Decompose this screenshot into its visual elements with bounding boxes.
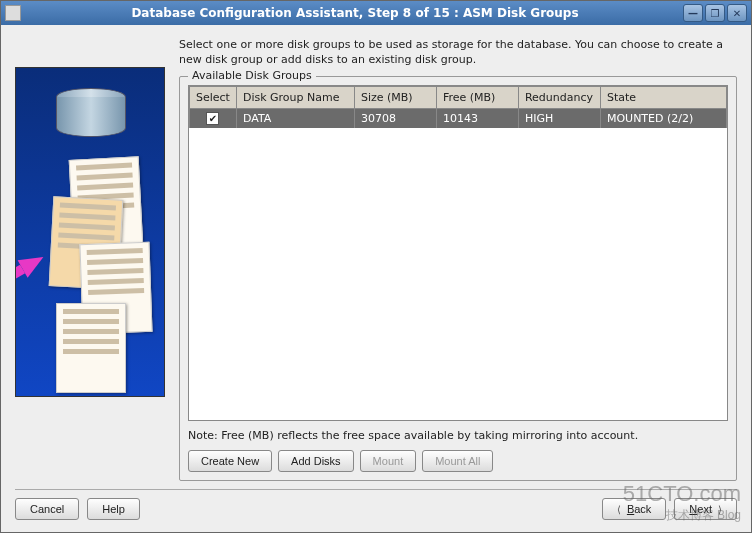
row-redundancy: HIGH bbox=[518, 108, 600, 128]
row-size: 30708 bbox=[354, 108, 436, 128]
next-label: Next bbox=[689, 503, 712, 515]
minimize-button[interactable]: — bbox=[683, 4, 703, 22]
window-title: Database Configuration Assistant, Step 8… bbox=[27, 6, 683, 20]
mount-all-button[interactable]: Mount All bbox=[422, 450, 493, 472]
main-pane: Select one or more disk groups to be use… bbox=[179, 37, 737, 481]
table-row[interactable]: ✔ DATA 30708 10143 HIGH MOUNTED (2/2) bbox=[190, 108, 727, 128]
disk-groups-table-wrap: Select Disk Group Name Size (MB) Free (M… bbox=[188, 85, 728, 421]
next-button[interactable]: Next ⟩ bbox=[674, 498, 737, 520]
content-area: Select one or more disk groups to be use… bbox=[1, 25, 751, 489]
help-button[interactable]: Help bbox=[87, 498, 140, 520]
wizard-graphic bbox=[15, 67, 165, 397]
wizard-footer: Cancel Help ⟨ Back Next ⟩ bbox=[1, 490, 751, 532]
arrow-icon bbox=[18, 248, 49, 277]
fieldset-legend: Available Disk Groups bbox=[188, 69, 316, 82]
col-size[interactable]: Size (MB) bbox=[354, 86, 436, 108]
disk-group-buttons: Create New Add Disks Mount Mount All bbox=[188, 450, 728, 472]
row-select-cell[interactable]: ✔ bbox=[190, 108, 237, 128]
row-state: MOUNTED (2/2) bbox=[600, 108, 726, 128]
maximize-button[interactable]: ❐ bbox=[705, 4, 725, 22]
chevron-right-icon: ⟩ bbox=[718, 504, 722, 515]
create-new-button[interactable]: Create New bbox=[188, 450, 272, 472]
cancel-button[interactable]: Cancel bbox=[15, 498, 79, 520]
table-header-row: Select Disk Group Name Size (MB) Free (M… bbox=[190, 86, 727, 108]
col-select[interactable]: Select bbox=[190, 86, 237, 108]
database-icon bbox=[56, 88, 126, 143]
disk-groups-fieldset: Available Disk Groups Select Disk Group … bbox=[179, 76, 737, 481]
col-name[interactable]: Disk Group Name bbox=[236, 86, 354, 108]
app-icon bbox=[5, 5, 21, 21]
note-text: Note: Free (MB) reflects the free space … bbox=[188, 429, 728, 442]
disk-groups-table: Select Disk Group Name Size (MB) Free (M… bbox=[189, 86, 727, 128]
checkbox-icon[interactable]: ✔ bbox=[206, 112, 219, 125]
col-free[interactable]: Free (MB) bbox=[436, 86, 518, 108]
titlebar: Database Configuration Assistant, Step 8… bbox=[1, 1, 751, 25]
document-icon bbox=[56, 303, 126, 393]
close-button[interactable]: ✕ bbox=[727, 4, 747, 22]
back-button[interactable]: ⟨ Back bbox=[602, 498, 666, 520]
intro-text: Select one or more disk groups to be use… bbox=[179, 37, 737, 68]
window-controls: — ❐ ✕ bbox=[683, 4, 747, 22]
dbca-window: Database Configuration Assistant, Step 8… bbox=[0, 0, 752, 533]
add-disks-button[interactable]: Add Disks bbox=[278, 450, 354, 472]
row-free: 10143 bbox=[436, 108, 518, 128]
back-label: Back bbox=[627, 503, 651, 515]
col-state[interactable]: State bbox=[600, 86, 726, 108]
row-name: DATA bbox=[236, 108, 354, 128]
mount-button[interactable]: Mount bbox=[360, 450, 417, 472]
col-redundancy[interactable]: Redundancy bbox=[518, 86, 600, 108]
chevron-left-icon: ⟨ bbox=[617, 504, 621, 515]
